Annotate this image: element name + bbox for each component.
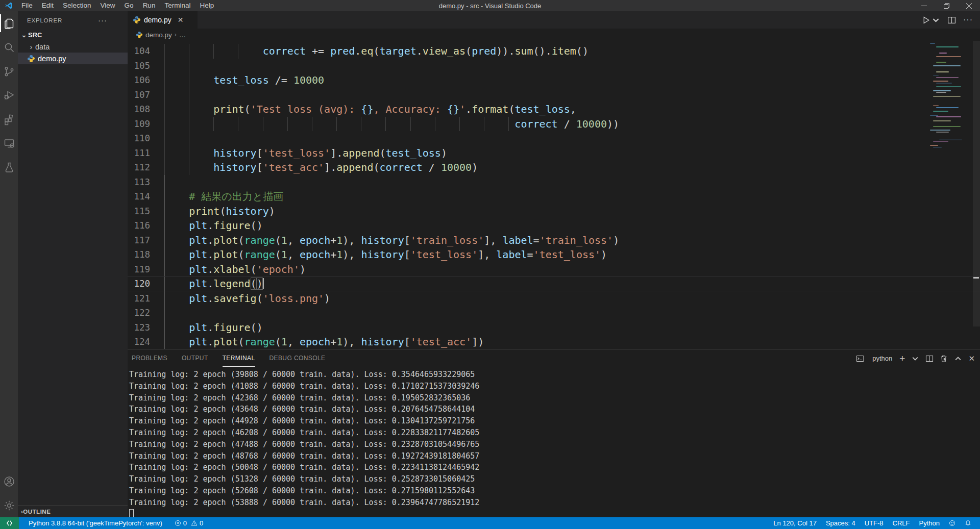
panel-tab-terminal[interactable]: TERMINAL xyxy=(223,350,255,367)
code-line-122[interactable]: 122 xyxy=(128,306,980,320)
line-number: 104 xyxy=(128,44,150,59)
run-python-file-button[interactable] xyxy=(922,16,940,24)
code-line-121[interactable]: 121 plt.savefig('loss.png') xyxy=(128,291,980,306)
kill-terminal-trash-icon[interactable] xyxy=(940,355,948,363)
breadcrumb-symbol[interactable]: … xyxy=(179,31,186,39)
code-line-118[interactable]: 118 plt.plot(range(1, epoch+1), history[… xyxy=(128,247,980,262)
code-line-115[interactable]: 115 print(history) xyxy=(128,204,980,219)
breadcrumb[interactable]: demo.py › … xyxy=(128,29,980,41)
code-line-114[interactable]: 114 # 結果の出力と描画 xyxy=(128,189,980,204)
close-panel-icon[interactable]: ✕ xyxy=(968,354,975,363)
line-number: 115 xyxy=(128,204,150,219)
code-line-123[interactable]: 123 plt.figure() xyxy=(128,320,980,335)
split-terminal-icon[interactable] xyxy=(925,355,934,363)
tree-item-demo-py[interactable]: demo.py xyxy=(18,53,128,64)
code-line-107[interactable]: 107 xyxy=(128,88,980,103)
line-number: 120 xyxy=(128,276,150,291)
tab-close-icon[interactable]: ✕ xyxy=(177,16,185,24)
editor-scrollbar[interactable] xyxy=(973,41,980,326)
code-line-text: print('Test loss (avg): {}, Accuracy: {}… xyxy=(164,102,576,117)
python-file-icon xyxy=(133,16,141,24)
remote-explorer-icon[interactable] xyxy=(0,131,18,155)
menu-edit[interactable]: Edit xyxy=(37,0,58,11)
new-terminal-icon[interactable]: + xyxy=(899,355,905,363)
code-line-119[interactable]: 119 plt.xlabel('epoch') xyxy=(128,262,980,277)
terminal-line: Training log: 2 epoch (39808 / 60000 tra… xyxy=(129,369,980,381)
terminal-line: Training log: 2 epoch (51328 / 60000 tra… xyxy=(129,473,980,485)
terminal-output[interactable]: Training log: 2 epoch (39808 / 60000 tra… xyxy=(128,367,980,517)
tab-demo-py[interactable]: demo.py ✕ xyxy=(128,11,198,29)
menu-help[interactable]: Help xyxy=(195,0,218,11)
feedback-smiley-icon[interactable] xyxy=(944,517,960,529)
line-number: 111 xyxy=(128,146,150,161)
panel-tab-problems[interactable]: PROBLEMS xyxy=(132,350,167,367)
restore-button[interactable] xyxy=(935,0,958,11)
outline-section[interactable]: › OUTLINE xyxy=(18,505,128,517)
menu-terminal[interactable]: Terminal xyxy=(160,0,195,11)
menu-go[interactable]: Go xyxy=(120,0,138,11)
encoding-status[interactable]: UTF-8 xyxy=(860,517,888,529)
code-line-111[interactable]: 111 history['test_loss'].append(test_los… xyxy=(128,146,980,161)
code-editor[interactable]: 104 correct += pred.eq(target.view_as(pr… xyxy=(128,41,980,349)
terminal-shell-label[interactable]: python xyxy=(872,355,892,362)
code-line-124[interactable]: 124 plt.plot(range(1, epoch+1), history[… xyxy=(128,335,980,349)
code-line-text: print(history) xyxy=(164,204,275,219)
indentation-status[interactable]: Spaces: 4 xyxy=(821,517,860,529)
line-number: 109 xyxy=(128,117,150,132)
code-line-108[interactable]: 108 print('Test loss (avg): {}, Accuracy… xyxy=(128,102,980,117)
source-control-icon[interactable] xyxy=(0,59,18,83)
terminal-dropdown-chevron-icon[interactable] xyxy=(911,355,919,363)
code-line-116[interactable]: 116 plt.figure() xyxy=(128,218,980,233)
minimap[interactable] xyxy=(930,43,967,153)
code-line-105[interactable]: 105 xyxy=(128,59,980,73)
minimize-button[interactable] xyxy=(913,0,935,11)
menu-file[interactable]: File xyxy=(17,0,37,11)
accounts-icon[interactable] xyxy=(0,469,18,493)
editor-more-actions-icon[interactable]: ··· xyxy=(963,15,973,24)
code-line-104[interactable]: 104 correct += pred.eq(target.view_as(pr… xyxy=(128,44,980,59)
terminal-shell-icon xyxy=(856,355,864,363)
breadcrumb-file[interactable]: demo.py xyxy=(145,31,172,39)
code-line-text: correct += pred.eq(target.view_as(pred))… xyxy=(164,44,589,59)
code-line-117[interactable]: 117 plt.plot(range(1, epoch+1), history[… xyxy=(128,233,980,248)
python-file-icon xyxy=(27,55,35,63)
terminal-line: Training log: 2 epoch (52608 / 60000 tra… xyxy=(129,485,980,497)
cursor-position-status[interactable]: Ln 120, Col 17 xyxy=(769,517,821,529)
problems-status[interactable]: 0 0 xyxy=(171,517,207,529)
code-line-120[interactable]: 120 plt.legend() xyxy=(128,276,980,291)
python-interpreter-status[interactable]: Python 3.8.8 64-bit ('geekTimePytorch': … xyxy=(25,517,166,529)
code-line-109[interactable]: 109 correct / 10000)) xyxy=(128,117,980,132)
terminal-cursor-line xyxy=(129,509,980,517)
code-line-110[interactable]: 110 xyxy=(128,131,980,146)
run-debug-icon[interactable] xyxy=(0,83,18,107)
eol-status[interactable]: CRLF xyxy=(888,517,915,529)
maximize-panel-chevron-icon[interactable] xyxy=(954,355,962,363)
menu-selection[interactable]: Selection xyxy=(58,0,96,11)
menu-view[interactable]: View xyxy=(96,0,120,11)
split-editor-icon[interactable] xyxy=(947,16,956,24)
panel-tab-debug-console[interactable]: DEBUG CONSOLE xyxy=(270,350,326,367)
code-line-106[interactable]: 106 test_loss /= 10000 xyxy=(128,73,980,88)
language-mode-status[interactable]: Python xyxy=(915,517,944,529)
code-line-113[interactable]: 113 xyxy=(128,175,980,190)
settings-gear-icon[interactable] xyxy=(0,493,18,517)
terminal-line: Training log: 2 epoch (46208 / 60000 tra… xyxy=(129,427,980,439)
testing-icon[interactable] xyxy=(0,155,18,179)
explorer-icon[interactable] xyxy=(0,11,18,35)
panel-tab-output[interactable]: OUTPUT xyxy=(182,350,208,367)
menu-run[interactable]: Run xyxy=(138,0,160,11)
code-line-112[interactable]: 112 history['test_acc'].append(correct /… xyxy=(128,160,980,175)
code-line-text: history['test_loss'].append(test_loss) xyxy=(164,146,447,161)
extensions-icon[interactable] xyxy=(0,107,18,131)
code-line-text: correct / 10000)) xyxy=(164,117,619,132)
remote-indicator[interactable] xyxy=(0,517,19,529)
close-window-button[interactable] xyxy=(958,0,980,11)
folder-root-src[interactable]: ⌄ SRC xyxy=(18,29,128,41)
search-icon[interactable] xyxy=(0,35,18,59)
explorer-more-actions[interactable]: ··· xyxy=(98,16,107,24)
status-bar: Python 3.8.8 64-bit ('geekTimePytorch': … xyxy=(0,517,980,529)
notifications-bell-icon[interactable] xyxy=(960,517,976,529)
code-line-text: # 結果の出力と描画 xyxy=(164,189,283,204)
tree-item-label: demo.py xyxy=(38,55,66,63)
tree-item-data[interactable]: ›data xyxy=(18,41,128,53)
